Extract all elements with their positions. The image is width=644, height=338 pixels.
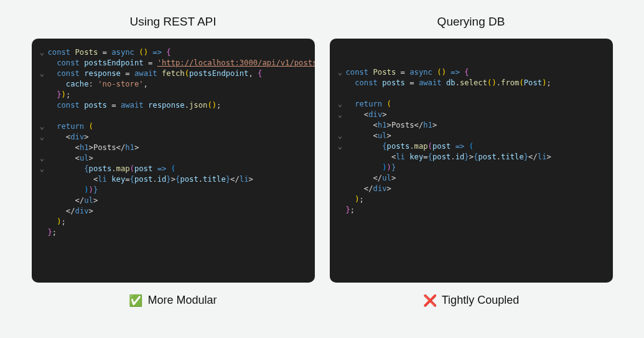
code-content: [346, 88, 608, 99]
code-content: ))}: [346, 162, 608, 173]
cross-icon: ❌: [423, 295, 437, 306]
code-content: const Posts = async () => {: [346, 67, 608, 78]
code-line: <h1>Posts</h1>: [335, 120, 608, 131]
fold-gutter: [37, 206, 48, 217]
code-line: <li key={post.id}>{post.title}</li>: [37, 174, 310, 185]
code-content: cache: 'no-store',: [48, 79, 310, 90]
code-content: {posts.map(post => (: [346, 141, 608, 152]
fold-gutter[interactable]: ⌄: [37, 132, 48, 143]
code-line: ))}: [37, 185, 310, 195]
fold-gutter: [335, 184, 346, 194]
fold-gutter[interactable]: ⌄: [37, 47, 48, 58]
code-line: };: [37, 227, 310, 238]
right-column: Querying DB ⌄const Posts = async () => {…: [330, 15, 613, 307]
fold-gutter[interactable]: ⌄: [335, 67, 346, 78]
fold-gutter[interactable]: ⌄: [335, 131, 346, 141]
fold-gutter: [335, 173, 346, 184]
code-content: <div>: [48, 132, 310, 143]
code-line: ⌄ return (: [37, 121, 310, 132]
fold-gutter[interactable]: ⌄: [335, 141, 346, 152]
code-line: const postsEndpoint = 'http://localhost:…: [37, 58, 310, 68]
code-content: );: [346, 194, 608, 205]
fold-gutter: [37, 217, 48, 227]
fold-gutter: [335, 120, 346, 131]
code-line: ⌄ <div>: [37, 132, 310, 143]
code-content: };: [346, 205, 608, 215]
code-line: [37, 111, 310, 121]
right-caption-text: Tightly Coupled: [442, 294, 519, 307]
code-line: ⌄ <div>: [335, 110, 608, 120]
code-content: </ul>: [346, 173, 608, 184]
fold-gutter: [37, 100, 48, 111]
code-content: const posts = await db.select().from(Pos…: [346, 78, 608, 88]
code-content: const response = await fetch(postsEndpoi…: [48, 68, 310, 79]
code-content: ))}: [48, 185, 310, 195]
fold-gutter: [335, 78, 346, 88]
code-line: });: [37, 90, 310, 100]
fold-gutter: [335, 88, 346, 99]
code-content: const posts = await response.json();: [48, 100, 310, 111]
code-content: <h1>Posts</h1>: [346, 120, 608, 131]
left-caption: ✅ More Modular: [129, 294, 217, 307]
fold-gutter[interactable]: ⌄: [335, 99, 346, 110]
fold-gutter[interactable]: ⌄: [37, 68, 48, 79]
fold-gutter[interactable]: ⌄: [37, 164, 48, 174]
code-line: <li key={post.id}>{post.title}</li>: [335, 152, 608, 162]
fold-gutter: [335, 194, 346, 205]
code-content: </ul>: [48, 195, 310, 206]
code-line: ⌄ <ul>: [37, 153, 310, 164]
fold-gutter: [335, 162, 346, 173]
fold-gutter: [37, 174, 48, 185]
fold-gutter: [37, 111, 48, 121]
code-content: );: [48, 217, 310, 227]
fold-gutter: [37, 227, 48, 238]
code-content: const Posts = async () => {: [48, 47, 310, 58]
code-line: </ul>: [335, 173, 608, 184]
fold-gutter: [37, 143, 48, 153]
code-line: ))}: [335, 162, 608, 173]
code-content: <ul>: [346, 131, 608, 141]
fold-gutter[interactable]: ⌄: [37, 121, 48, 132]
fold-gutter: [335, 152, 346, 162]
right-code-editor[interactable]: ⌄const Posts = async () => { const posts…: [330, 39, 613, 283]
fold-gutter: [37, 79, 48, 90]
code-content: <h1>Posts</h1>: [48, 143, 310, 153]
code-line: ⌄ const response = await fetch(postsEndp…: [37, 68, 310, 79]
code-line: ⌄ {posts.map(post => (: [37, 164, 310, 174]
left-column: Using REST API ⌄const Posts = async () =…: [32, 15, 315, 307]
code-content: <div>: [346, 110, 608, 120]
code-content: const postsEndpoint = 'http://localhost:…: [48, 58, 315, 68]
left-code-editor[interactable]: ⌄const Posts = async () => { const posts…: [32, 39, 315, 283]
code-line: );: [335, 194, 608, 205]
code-line: </div>: [37, 206, 310, 217]
code-content: {posts.map(post => (: [48, 164, 310, 174]
code-content: });: [48, 90, 310, 100]
right-caption: ❌ Tightly Coupled: [423, 294, 519, 307]
fold-gutter: [335, 205, 346, 215]
code-line: const posts = await response.json();: [37, 100, 310, 111]
fold-gutter: [37, 185, 48, 195]
left-title: Using REST API: [129, 15, 216, 29]
comparison-wrap: Using REST API ⌄const Posts = async () =…: [0, 0, 644, 307]
code-line: };: [335, 205, 608, 215]
code-content: <li key={post.id}>{post.title}</li>: [346, 152, 608, 162]
code-line: ⌄ <ul>: [335, 131, 608, 141]
code-line: ⌄const Posts = async () => {: [37, 47, 310, 58]
code-line: );: [37, 217, 310, 227]
code-line: ⌄ {posts.map(post => (: [335, 141, 608, 152]
code-content: <ul>: [48, 153, 310, 164]
code-content: return (: [48, 121, 310, 132]
code-line: </div>: [335, 184, 608, 194]
check-icon: ✅: [129, 295, 142, 306]
code-content: return (: [346, 99, 608, 110]
code-line: ⌄ return (: [335, 99, 608, 110]
fold-gutter[interactable]: ⌄: [335, 110, 346, 120]
code-content: [48, 111, 310, 121]
fold-gutter[interactable]: ⌄: [37, 153, 48, 164]
code-line: cache: 'no-store',: [37, 79, 310, 90]
fold-gutter: [37, 58, 48, 68]
code-line: [335, 88, 608, 99]
code-line: const posts = await db.select().from(Pos…: [335, 78, 608, 88]
code-content: </div>: [346, 184, 608, 194]
code-content: </div>: [48, 206, 310, 217]
